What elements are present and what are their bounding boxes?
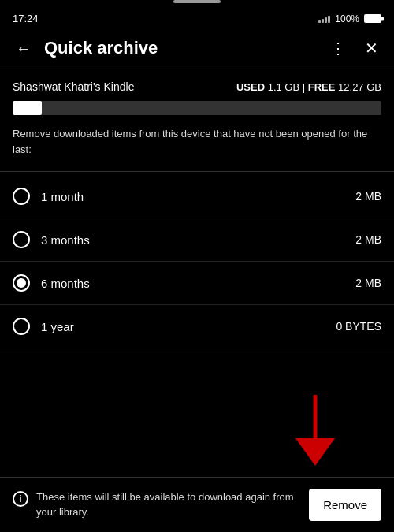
footer-info: i These items will still be available to…	[13, 490, 299, 519]
time: 17:24	[13, 13, 39, 24]
progress-fill	[13, 101, 42, 115]
radio-1year[interactable]	[13, 318, 30, 335]
description-text: Remove downloaded items from this device…	[13, 126, 381, 165]
option-item[interactable]: 1 year0 BYTES	[0, 305, 394, 348]
device-info: Shashwat Khatri's Kindle USED 1.1 GB | F…	[13, 80, 381, 93]
free-value: 12.27 GB	[338, 81, 381, 93]
option-item[interactable]: 1 month2 MB	[0, 175, 394, 218]
remove-button[interactable]: Remove	[309, 489, 381, 521]
option-size: 2 MB	[355, 233, 381, 246]
radio-1month[interactable]	[13, 188, 30, 205]
info-icon: i	[13, 491, 28, 507]
radio-3months[interactable]	[13, 231, 30, 248]
device-name: Shashwat Khatri's Kindle	[13, 80, 134, 93]
footer: i These items will still be available to…	[0, 477, 394, 532]
status-bar: 17:24 100%	[0, 6, 394, 28]
header-actions: ⋮ ✕	[327, 35, 381, 61]
status-right: 100%	[318, 13, 381, 24]
option-size: 2 MB	[355, 190, 381, 203]
device-section: Shashwat Khatri's Kindle USED 1.1 GB | F…	[0, 69, 394, 171]
battery-percent: 100%	[335, 13, 359, 24]
free-label: FREE	[308, 81, 338, 93]
back-button[interactable]: ←	[13, 36, 35, 61]
option-item[interactable]: 6 months2 MB	[0, 262, 394, 305]
radio-6months[interactable]	[13, 274, 30, 292]
option-label: 1 month	[41, 190, 84, 203]
option-left: 1 month	[13, 188, 84, 205]
header: ← Quick archive ⋮ ✕	[0, 28, 394, 69]
notch	[0, 0, 394, 3]
close-button[interactable]: ✕	[362, 35, 381, 61]
battery-icon	[364, 14, 381, 23]
arrow-annotation	[284, 395, 347, 469]
more-button[interactable]: ⋮	[327, 35, 349, 61]
option-item[interactable]: 3 months2 MB	[0, 218, 394, 262]
option-left: 3 months	[13, 231, 90, 248]
storage-progress-bar	[13, 101, 381, 115]
option-left: 6 months	[13, 274, 90, 292]
option-size: 0 BYTES	[336, 320, 381, 333]
options-divider	[0, 171, 394, 172]
page-title: Quick archive	[44, 38, 318, 58]
footer-text: These items will still be available to d…	[36, 490, 299, 519]
used-value: 1.1 GB	[268, 81, 299, 93]
option-label: 6 months	[41, 277, 90, 290]
storage-info: USED 1.1 GB | FREE 12.27 GB	[236, 81, 381, 93]
options-list: 1 month2 MB3 months2 MB6 months2 MB1 yea…	[0, 175, 394, 348]
svg-marker-1	[296, 438, 335, 466]
signal-icon	[318, 14, 330, 23]
option-label: 3 months	[41, 233, 90, 247]
option-left: 1 year	[13, 318, 74, 335]
option-size: 2 MB	[355, 277, 381, 289]
option-label: 1 year	[41, 320, 74, 333]
used-label: USED	[236, 81, 268, 93]
